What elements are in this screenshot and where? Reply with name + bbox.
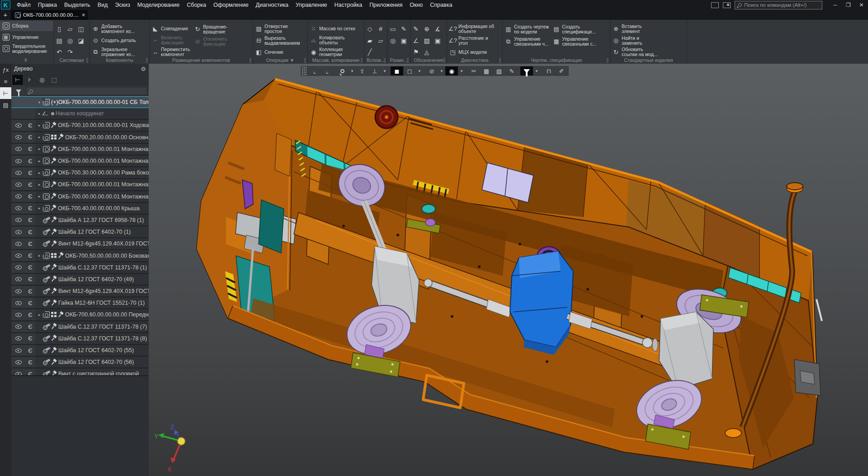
tool-icon[interactable]: ⊕ <box>421 23 432 35</box>
visibility-eye-icon[interactable] <box>15 336 22 340</box>
expand-arrow[interactable]: ▸ <box>37 206 42 210</box>
menu-Приложения[interactable]: Приложения <box>366 0 406 10</box>
tool-icon[interactable]: ◫ <box>75 23 86 35</box>
tree-flat-icon[interactable]: ⊦ <box>24 75 35 85</box>
tree-row[interactable]: ЄШайба 12 ГОСТ 6402-70 (49) <box>11 274 149 286</box>
visibility-eye-icon[interactable] <box>15 159 22 163</box>
tree-row[interactable]: ЄШайба С.12.37 ГОСТ 11371-78 (8) <box>11 333 149 345</box>
tree-row[interactable]: Є▸ОКБ-700.40.00.00.00.00 Крыша <box>11 203 149 215</box>
visibility-eye-icon[interactable] <box>15 301 22 305</box>
ribbon-button-Управление[interactable]: ▦Управление связанными с... <box>551 35 598 47</box>
tree-row[interactable]: Є▸ОКБ-700.00.00.00.00.01 Монтажная <box>11 179 149 191</box>
zoom-fit-icon[interactable]: ⇧ <box>356 66 368 75</box>
component-instance-icon[interactable]: Є <box>25 144 35 156</box>
tool-icon[interactable]: ▰ <box>364 35 375 47</box>
tree-search-input[interactable] <box>26 87 147 95</box>
display-wire-icon[interactable]: ◻ <box>403 66 416 75</box>
menu-Моделирование[interactable]: Моделирование <box>134 0 184 10</box>
tree-row[interactable]: ▸Начало координат <box>11 108 149 120</box>
array-doc-icon[interactable]: ▦ <box>480 66 493 75</box>
tree-row[interactable]: Є▸ОКБ-700.20.00.00.00.00 Основная <box>11 132 149 144</box>
panel-handle[interactable]: ⋮⋮ <box>86 58 88 63</box>
ribbon-button-Управление[interactable]: ⧉Управление связанными ч... <box>503 35 551 47</box>
component-instance-icon[interactable]: Є <box>25 238 35 250</box>
panels-icon[interactable] <box>723 2 731 8</box>
tree-row[interactable]: Є▸ОКБ-700.30.00.00.00.00 Рама боков <box>11 167 149 179</box>
expand-arrow[interactable]: ▸ <box>37 135 42 139</box>
visibility-eye-icon[interactable] <box>15 147 22 151</box>
sketch-face-icon[interactable]: ⌞ <box>321 66 334 75</box>
tab-close-icon[interactable]: ✕ <box>81 12 85 18</box>
structure-icon[interactable]: ⊓ <box>542 66 555 75</box>
new-tab-button[interactable]: + <box>0 10 11 20</box>
component-instance-icon[interactable]: Є <box>25 215 35 226</box>
3d-viewport[interactable]: Y X Z ⌞⌞▼⇧⊥▼◼◻▼⊘▼◉▼✂▦▧✎▼⊓✐ <box>149 64 868 476</box>
tree-row[interactable]: ЄШайба С.12.37 ГОСТ 11371-78 (1) <box>11 262 149 274</box>
ribbon-button-Вставить[interactable]: ⊕Вставить элемент <box>610 23 660 35</box>
tree-row[interactable]: Є▸ОКБ-700.00.00.00.00.01 Монтажная <box>11 144 149 156</box>
visibility-eye-icon[interactable] <box>15 123 22 127</box>
color-doc-icon[interactable]: ▧ <box>493 66 505 75</box>
visibility-eye-icon[interactable] <box>15 171 22 175</box>
sketch-plane-icon[interactable]: ⌞ <box>308 66 321 75</box>
restore-button[interactable]: ❐ <box>842 0 855 10</box>
display-solid-icon[interactable]: ◼ <box>391 66 403 75</box>
spec-list-icon[interactable]: ▤ <box>0 99 11 111</box>
ribbon-button-Массив по сетке[interactable]: ⁙Массив по сетке <box>308 23 357 34</box>
tool-icon[interactable]: ◬ <box>421 46 432 58</box>
tree-structure-icon[interactable]: ⊢ <box>12 75 23 85</box>
component-instance-icon[interactable]: Є <box>25 262 35 274</box>
panel-handle[interactable]: ⋮⋮ <box>250 58 251 63</box>
tool-icon[interactable]: ◪ <box>75 35 86 47</box>
tree-row[interactable]: Є▸ОКБ-700.60.00.00.00.00 Передняя <box>11 309 149 321</box>
expand-arrow[interactable]: ▸ <box>37 159 42 163</box>
tree-row[interactable]: Є▸ОКБ-700.50.00.00.00.00 Боковая <box>11 250 149 262</box>
component-instance-icon[interactable]: Є <box>25 191 35 203</box>
ribbon-button-МЦХ модели[interactable]: ◳МЦХ модели <box>447 47 496 58</box>
hide-icon-dropdown[interactable]: ▼ <box>438 66 445 75</box>
minimize-button[interactable]: ─ <box>829 0 842 10</box>
tree-row[interactable]: ЄВинт М12-6gx45.129.40Х.019 ГОСТ <box>11 286 149 297</box>
toolbar-grip[interactable] <box>302 66 307 75</box>
component-instance-icon[interactable]: Є <box>25 309 35 321</box>
display-wire-icon-dropdown[interactable]: ▼ <box>416 66 423 75</box>
tree-row[interactable]: ЄШайба С.12.37 ГОСТ 11371-78 (7) <box>11 321 149 333</box>
ribbon-button-Сечение[interactable]: ◧Сечение <box>253 47 302 58</box>
document-tab[interactable]: ОКБ-700.00.00.00.00.... ✕ <box>11 10 88 20</box>
ribbon-button-Создать[interactable]: ▤Создать спецификаци... <box>551 23 598 35</box>
visibility-eye-icon[interactable] <box>15 206 22 210</box>
tool-icon[interactable]: ↷ <box>65 46 75 58</box>
measure-icon[interactable]: ✂ <box>467 66 480 75</box>
ribbon-tab-Управление[interactable]: Управление <box>0 32 53 42</box>
visibility-eye-icon[interactable] <box>15 194 22 198</box>
expand-arrow[interactable]: ▸ <box>37 171 42 175</box>
menu-Управление[interactable]: Управление <box>292 0 331 10</box>
ribbon-tab-Твердотельное[interactable]: Твердотельное моделирование <box>0 43 53 54</box>
component-instance-icon[interactable]: Є <box>25 132 35 144</box>
app-logo-icon[interactable]: K <box>1 0 10 9</box>
expand-arrow[interactable]: ▸ <box>37 194 42 198</box>
ribbon-button-Совпадение[interactable]: ◣Совпадение <box>150 23 192 34</box>
3d-model-railcar[interactable]: Y X Z <box>149 64 868 476</box>
visibility-eye-icon[interactable] <box>15 230 22 234</box>
ribbon-button-Добавить[interactable]: ⊕Добавить компонент из... <box>90 23 138 35</box>
panel-handle[interactable]: ⋮⋮ <box>384 58 386 63</box>
panel-handle[interactable]: ⋮⋮ <box>146 58 148 63</box>
tool-icon[interactable]: ▤ <box>54 35 65 47</box>
tree-tab-icon[interactable]: ⊢ <box>0 87 11 99</box>
hide-icon[interactable]: ⊘ <box>425 66 438 75</box>
menu-Оформление[interactable]: Оформление <box>210 0 252 10</box>
component-instance-icon[interactable]: Є <box>25 368 35 376</box>
tree-search-icon[interactable]: ◎ <box>37 75 47 85</box>
visibility-eye-icon[interactable] <box>15 360 22 364</box>
filter-icon-dropdown[interactable]: ▼ <box>533 66 540 75</box>
component-instance-icon[interactable]: Є <box>25 357 35 368</box>
menu-Вид[interactable]: Вид <box>94 0 112 10</box>
visibility-eye-icon[interactable] <box>15 265 22 269</box>
ribbon-button-Создать чертеж[interactable]: ▥Создать чертеж по модели <box>503 23 551 35</box>
tree-row[interactable]: ▾(+)ОКБ-700.00.00.00.00.00-01 СБ Толка <box>11 96 149 108</box>
orient-icon-dropdown[interactable]: ▼ <box>381 66 388 75</box>
expand-arrow[interactable]: ▾ <box>37 100 42 104</box>
tool-icon[interactable]: ▱ <box>375 35 386 47</box>
visibility-eye-icon[interactable] <box>15 254 22 258</box>
